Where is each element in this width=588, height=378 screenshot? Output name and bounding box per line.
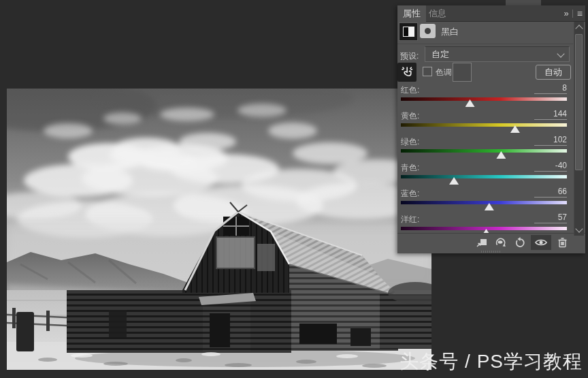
scroll-up-icon[interactable]	[575, 25, 583, 32]
slider-value-field[interactable]: 8	[534, 83, 567, 94]
hand-pointer-icon	[400, 65, 414, 79]
tint-color-swatch[interactable]	[453, 63, 472, 82]
panel-footer	[397, 233, 585, 251]
slider-track[interactable]	[401, 227, 567, 230]
slider-label: 蓝色:	[401, 188, 419, 200]
targeted-adjustment-tool-button[interactable]	[397, 63, 416, 82]
slider-label: 红色:	[401, 84, 419, 96]
slider-row: 青色: -40	[401, 160, 567, 186]
slider-value-field[interactable]: -40	[534, 161, 567, 172]
bw-split-square-icon	[403, 27, 414, 37]
slider-label: 青色:	[401, 162, 419, 174]
preset-dropdown[interactable]: 自定	[425, 46, 570, 62]
slider-row: 黄色: 144	[401, 108, 567, 134]
slider-track[interactable]	[401, 175, 567, 178]
slider-label: 绿色:	[401, 136, 419, 148]
scrollbar-thumb[interactable]	[575, 34, 583, 170]
tab-properties[interactable]: 属性	[397, 5, 426, 22]
slider-thumb[interactable]	[485, 203, 494, 210]
slider-value-field[interactable]: 57	[534, 212, 567, 223]
slider-value-field[interactable]: 66	[534, 187, 567, 198]
panel-menu-icon[interactable]: ≡	[577, 8, 583, 19]
adjustment-title: 黑白	[441, 26, 459, 38]
divider	[397, 44, 573, 44]
divider	[572, 10, 573, 18]
view-previous-state-button[interactable]	[493, 235, 509, 250]
slider-track[interactable]	[401, 149, 567, 153]
preset-value: 自定	[431, 49, 449, 59]
slider-track[interactable]	[401, 201, 567, 204]
background-panel-edge	[506, 0, 541, 5]
clip-to-layer-icon	[476, 237, 488, 248]
reset-arrow-icon	[514, 237, 526, 248]
tint-label: 色调	[436, 67, 452, 78]
document-canvas[interactable]	[7, 89, 431, 370]
slider-label: 黄色:	[401, 110, 419, 122]
black-white-adjustment-icon[interactable]	[399, 22, 418, 41]
mask-circle-icon	[425, 28, 431, 34]
slider-track[interactable]	[401, 97, 567, 101]
chevron-down-icon	[557, 50, 564, 57]
slider-thumb[interactable]	[510, 125, 520, 133]
slider-row: 红色: 8	[401, 82, 567, 108]
preset-label: 预设:	[400, 50, 419, 62]
scroll-down-icon[interactable]	[575, 225, 583, 232]
slider-row: 绿色: 102	[401, 134, 567, 160]
panel-resize-grip[interactable]	[481, 251, 502, 253]
collapse-panel-icon[interactable]: »	[564, 8, 568, 18]
delete-button[interactable]	[554, 235, 570, 250]
slider-thumb[interactable]	[466, 99, 475, 107]
layer-mask-icon[interactable]	[420, 24, 436, 38]
slider-thumb[interactable]	[449, 177, 459, 185]
clip-to-layer-button[interactable]	[474, 235, 490, 250]
barn-photo	[7, 89, 431, 370]
trash-icon	[557, 237, 568, 248]
panel-tabbar: 属性 信息 » ≡	[397, 5, 585, 22]
properties-panel: 属性 信息 » ≡ 黑白 预设: 自定 色调 自动	[397, 5, 585, 253]
eye-icon	[534, 238, 548, 247]
previous-state-eye-icon	[494, 236, 508, 248]
slider-value-field[interactable]: 144	[534, 109, 567, 120]
tab-info[interactable]: 信息	[423, 5, 452, 21]
slider-track[interactable]	[401, 123, 567, 127]
slider-row: 蓝色: 66	[401, 186, 567, 212]
reset-button[interactable]	[512, 235, 528, 250]
photoshop-workspace: { "page": { "background": "#2b2b2b", "to…	[0, 0, 588, 378]
visibility-toggle-button[interactable]	[531, 235, 551, 250]
slider-label: 洋红:	[401, 214, 419, 225]
auto-button[interactable]: 自动	[536, 65, 571, 80]
slider-value-field[interactable]: 102	[534, 135, 567, 146]
slider-thumb[interactable]	[496, 151, 506, 159]
watermark-text: 头条号 / PS学习教程	[399, 349, 583, 375]
panel-scrollbar[interactable]	[574, 22, 584, 236]
tint-checkbox[interactable]	[423, 67, 432, 76]
